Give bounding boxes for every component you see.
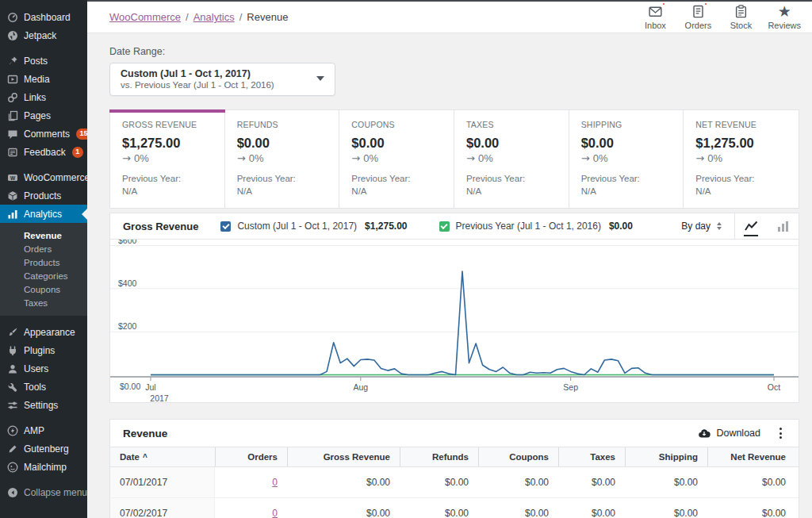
table-options-kebab-button[interactable]: [768, 421, 792, 445]
dashboard-icon: [6, 12, 18, 23]
column-header-date[interactable]: Date^: [110, 447, 215, 466]
line-chart-toggle-button[interactable]: [735, 213, 767, 240]
tile-delta: → 0%: [466, 152, 557, 164]
summary-tile-taxes[interactable]: TAXES$0.00→ 0%Previous Year:N/A: [454, 110, 569, 208]
sidebar-item-posts[interactable]: Posts: [0, 52, 87, 70]
column-header-shipping[interactable]: Shipping: [625, 447, 707, 466]
activity-button-stock[interactable]: Stock: [723, 2, 758, 33]
sidebar-item-collapse-menu[interactable]: Collapse menu: [0, 483, 87, 501]
sidebar-subitem-taxes[interactable]: Taxes: [0, 296, 87, 309]
revenue-table-card: Revenue Download Date^OrdersGross Revenu…: [109, 419, 799, 518]
sidebar-item-dashboard[interactable]: Dashboard: [0, 8, 87, 26]
summary-tile-refunds[interactable]: REFUNDS$0.00→ 0%Previous Year:N/A: [225, 110, 340, 208]
tile-previous-value: N/A: [122, 185, 213, 198]
column-header-coupons[interactable]: Coupons: [478, 447, 558, 466]
legend-toggle-previous-year[interactable]: Previous Year (Jul 1 - Oct 1, 2016) $0.0…: [439, 221, 633, 232]
sidebar-item-mailchimp[interactable]: Mailchimp: [0, 458, 87, 476]
tile-label: SHIPPING: [581, 120, 672, 129]
sidebar-item-label: Media: [24, 74, 50, 85]
sidebar-subitem-coupons[interactable]: Coupons: [0, 282, 87, 296]
no-change-arrow-icon: →: [237, 152, 249, 164]
sidebar-item-plugins[interactable]: Plugins: [0, 341, 87, 359]
orders-link[interactable]: 0: [272, 477, 278, 488]
breadcrumb-woocommerce[interactable]: WooCommerce: [109, 11, 181, 23]
chevron-down-icon: [316, 76, 324, 81]
sidebar-item-label: AMP: [24, 425, 44, 436]
sidebar-item-label: Dashboard: [24, 12, 71, 23]
amp-icon: [6, 425, 18, 436]
tile-previous-label: Previous Year:: [581, 172, 672, 185]
notification-dot: [703, 2, 708, 6]
admin-sidebar-menu: DashboardJetpackPostsMediaLinksPagesComm…: [0, 0, 87, 518]
sidebar-item-media[interactable]: Media: [0, 70, 87, 88]
svg-text:W: W: [10, 175, 15, 180]
tile-previous-value: N/A: [351, 185, 442, 198]
column-header-refunds[interactable]: Refunds: [400, 447, 478, 466]
interval-select[interactable]: By day: [668, 213, 734, 240]
column-header-gross-revenue[interactable]: Gross Revenue: [287, 447, 400, 466]
sidebar-item-pages[interactable]: Pages: [0, 106, 87, 125]
sidebar-item-appearance[interactable]: Appearance: [0, 323, 87, 341]
sidebar-item-comments[interactable]: Comments15: [0, 125, 87, 143]
date-range-comparison: vs. Previous Year (Jul 1 - Oct 1, 2016): [121, 80, 309, 90]
sidebar-item-links[interactable]: Links: [0, 88, 87, 106]
summary-tile-shipping[interactable]: SHIPPING$0.00→ 0%Previous Year:N/A: [569, 110, 684, 208]
tile-previous-period: Previous Year:N/A: [122, 172, 213, 198]
summary-tile-net-revenue[interactable]: NET REVENUE$1,275.00→ 0%Previous Year:N/…: [684, 110, 799, 208]
sidebar-item-settings[interactable]: Settings: [0, 396, 87, 414]
sidebar-subitem-categories[interactable]: Categories: [0, 269, 87, 282]
reviews-icon: ★: [778, 4, 791, 18]
tools-icon: [6, 382, 18, 393]
download-button[interactable]: Download: [690, 423, 768, 444]
sidebar-item-tools[interactable]: Tools: [0, 378, 87, 396]
breadcrumb-revenue: Revenue: [247, 11, 288, 23]
tile-value: $0.00: [351, 136, 442, 151]
sidebar-item-label: Feedback: [24, 147, 66, 158]
activity-label: Reviews: [768, 21, 801, 30]
sidebar-subitem-products[interactable]: Products: [0, 255, 87, 269]
column-header-net-revenue[interactable]: Net Revenue: [707, 447, 799, 466]
sidebar-subitem-revenue[interactable]: Revenue: [0, 228, 87, 242]
legend-toggle-current-period[interactable]: Custom (Jul 1 - Oct 1, 2017) $1,275.00: [220, 221, 407, 232]
sidebar-item-amp[interactable]: AMP: [0, 421, 87, 439]
svg-text:Aug: Aug: [353, 382, 368, 392]
date-range-dropdown[interactable]: Custom (Jul 1 - Oct 1, 2017) vs. Previou…: [109, 63, 335, 96]
sidebar-subitem-orders[interactable]: Orders: [0, 242, 87, 255]
orders-link[interactable]: 0: [272, 508, 278, 518]
activity-button-inbox[interactable]: Inbox: [638, 2, 672, 33]
activity-label: Inbox: [645, 21, 666, 30]
menu-separator: [0, 316, 87, 323]
svg-text:Sep: Sep: [563, 382, 578, 392]
gutenberg-icon: [6, 443, 18, 455]
sidebar-item-users[interactable]: Users: [0, 359, 87, 378]
column-header-taxes[interactable]: Taxes: [558, 447, 625, 466]
sidebar-item-analytics[interactable]: Analytics: [0, 205, 87, 223]
woocommerce-icon: W: [6, 172, 18, 183]
sidebar-item-label: Comments: [24, 129, 70, 140]
cell-coupons: $0.00: [478, 477, 558, 488]
cell-gross-revenue: $0.00: [287, 508, 400, 518]
column-header-orders[interactable]: Orders: [215, 447, 287, 466]
sidebar-item-jetpack[interactable]: Jetpack: [0, 26, 87, 44]
sidebar-item-label: Pages: [24, 110, 51, 121]
sidebar-item-products[interactable]: Products: [0, 186, 87, 205]
sidebar-item-feedback[interactable]: Feedback1: [0, 143, 87, 161]
breadcrumb-analytics[interactable]: Analytics: [193, 11, 235, 23]
cell-gross-revenue: $0.00: [287, 477, 400, 488]
no-change-arrow-icon: →: [695, 152, 707, 164]
activity-panel: InboxOrdersStock★Reviews: [638, 2, 802, 33]
tile-delta: → 0%: [695, 152, 787, 164]
svg-text:Jul: Jul: [145, 382, 155, 392]
sidebar-item-gutenberg[interactable]: Gutenberg: [0, 439, 87, 458]
activity-button-orders[interactable]: Orders: [680, 2, 715, 33]
revenue-line-chart: $0.00$200$400$600Jul2017AugSepOct: [110, 240, 799, 402]
tile-previous-label: Previous Year:: [237, 172, 327, 185]
legend-label: Custom (Jul 1 - Oct 1, 2017): [237, 221, 357, 232]
bar-chart-toggle-button[interactable]: [767, 213, 799, 240]
sidebar-item-label: Collapse menu: [24, 487, 87, 498]
activity-button-reviews[interactable]: ★Reviews: [766, 2, 802, 33]
sidebar-item-woocommerce[interactable]: WWooCommerce: [0, 168, 87, 186]
summary-tile-gross-revenue[interactable]: GROSS REVENUE$1,275.00→ 0%Previous Year:…: [110, 110, 225, 208]
summary-tile-coupons[interactable]: COUPONS$0.00→ 0%Previous Year:N/A: [339, 110, 454, 208]
tile-value: $0.00: [237, 136, 327, 151]
